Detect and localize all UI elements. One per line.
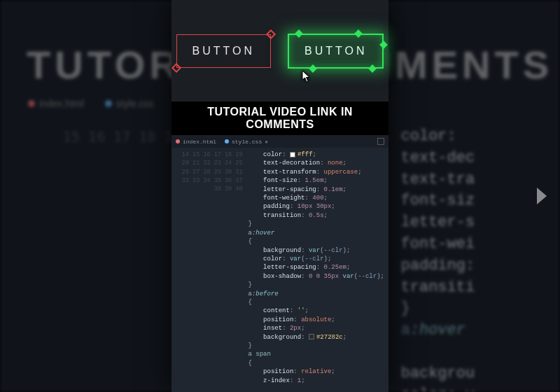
demo-button-default[interactable]: BUTTON (176, 34, 271, 68)
tab-index-html[interactable]: index.html (176, 139, 216, 145)
particle-icon (380, 41, 388, 48)
phone-overlay: BUTTON BUTTON TUTORIAL VIDEO LINK IN COM… (172, 0, 388, 392)
tab-style-css[interactable]: style.css ● (225, 139, 268, 145)
corner-decoration-icon (266, 29, 276, 38)
particle-icon (295, 29, 302, 37)
bg-tab-html[interactable]: index.html (28, 98, 84, 109)
video-frame: TUTORI OMMENTS index.html style.css 15 1… (0, 0, 560, 392)
editor-tabs: index.html style.css ● (172, 135, 388, 148)
next-arrow-icon[interactable] (528, 182, 556, 210)
corner-decoration-icon (171, 62, 181, 72)
particle-icon (369, 64, 377, 72)
button-label: BUTTON (304, 45, 367, 57)
bg-tab-css[interactable]: style.css (105, 98, 154, 109)
bg-editor-tabs: index.html style.css (28, 98, 154, 109)
caption-banner: TUTORIAL VIDEO LINK IN COMMENTS (172, 102, 388, 135)
button-preview-area: BUTTON BUTTON (172, 0, 388, 102)
code-editor: index.html style.css ● 14 15 16 17 18 19… (172, 135, 388, 392)
button-label: BUTTON (192, 45, 255, 57)
line-gutter: 14 15 16 17 18 19 20 21 22 23 24 25 26 2… (173, 150, 243, 385)
particle-icon (355, 29, 363, 37)
panel-toggle-icon[interactable] (377, 138, 384, 145)
demo-button-hover[interactable]: BUTTON (288, 34, 384, 69)
code-area[interactable]: color: #fff; text-decoration: none; text… (248, 150, 385, 385)
bg-code: color: text-dec text-tra font-siz letter… (401, 126, 475, 392)
mouse-cursor-icon (302, 70, 312, 83)
